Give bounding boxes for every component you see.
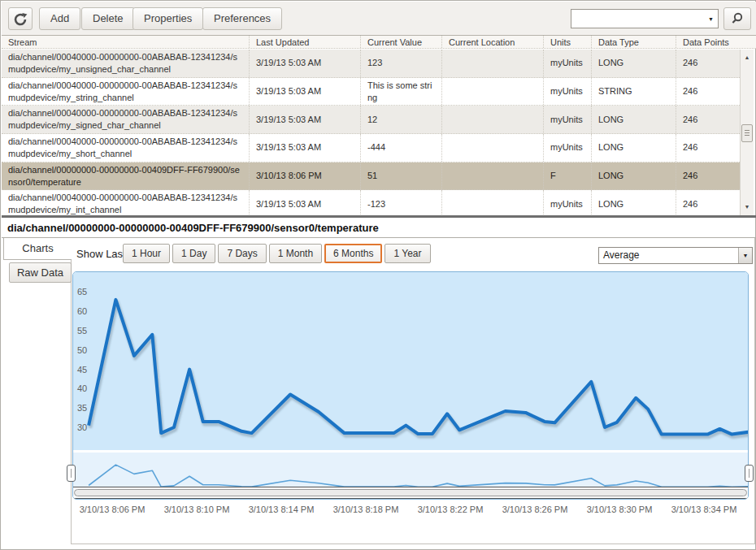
y-tick-label: 50 [77, 345, 87, 355]
cell-current_location [442, 106, 544, 133]
chevron-down-icon[interactable]: ▼ [738, 248, 752, 263]
cell-stream: dia/channel/00000000-00000000-00409DFF-F… [2, 162, 250, 190]
column-header-data-points[interactable]: Data Points [676, 36, 740, 48]
chevron-down-icon[interactable]: ▼ [708, 16, 714, 22]
table-row[interactable]: dia/channel/00040000-00000000-00ABABAB-1… [2, 78, 740, 106]
table-row[interactable]: dia/channel/00040000-00000000-00ABABAB-1… [2, 50, 740, 78]
column-header-current-value[interactable]: Current Value [361, 36, 442, 48]
x-tick-label: 3/10/13 8:26 PM [502, 505, 568, 514]
app-window: Add Delete Properties Preferences ▼ Stre… [0, 0, 756, 550]
cell-current_location [442, 190, 544, 215]
scrollbar-thumb[interactable] [741, 124, 753, 142]
x-tick-label: 3/10/13 8:14 PM [249, 505, 315, 514]
y-tick-label: 55 [77, 326, 87, 336]
y-tick-label: 65 [77, 287, 87, 297]
search-icon [731, 14, 744, 28]
cell-units: myUnits [544, 78, 592, 106]
cell-units: myUnits [544, 134, 592, 162]
navigator-right-handle[interactable] [745, 465, 754, 482]
y-tick-label: 35 [77, 403, 87, 413]
pane-splitter[interactable] [2, 215, 756, 218]
cell-units: myUnits [544, 106, 592, 133]
column-header-last-updated[interactable]: Last Updated [250, 36, 361, 48]
add-button[interactable]: Add [39, 7, 80, 30]
chart-svg [73, 272, 749, 500]
cell-units: myUnits [544, 190, 592, 215]
x-tick-label: 3/10/13 8:06 PM [80, 505, 146, 514]
search-button[interactable] [723, 7, 751, 30]
cell-data_type: STRING [592, 78, 676, 106]
cell-current_location [442, 162, 544, 190]
scroll-up-icon[interactable]: ▲ [741, 51, 754, 64]
cell-current_value: 51 [361, 162, 442, 190]
range-button-1-hour[interactable]: 1 Hour [123, 244, 170, 263]
tab-raw-data[interactable]: Raw Data [9, 262, 72, 283]
cell-data_type: LONG [592, 134, 676, 162]
cell-stream: dia/channel/00040000-00000000-00ABABAB-1… [2, 78, 250, 106]
x-tick-label: 3/10/13 8:30 PM [587, 505, 653, 514]
cell-current_location [442, 50, 544, 77]
x-tick-label: 3/10/13 8:34 PM [671, 505, 737, 514]
y-tick-label: 30 [77, 422, 87, 432]
range-button-7-days[interactable]: 7 Days [218, 244, 266, 263]
range-button-1-month[interactable]: 1 Month [269, 244, 322, 263]
cell-current_value: This is some string [361, 78, 442, 106]
table-row[interactable]: dia/channel/00040000-00000000-00ABABAB-1… [2, 106, 740, 134]
cell-last_updated: 3/19/13 5:03 AM [250, 134, 361, 162]
cell-data_points: 246 [676, 78, 740, 106]
delete-button[interactable]: Delete [81, 7, 135, 30]
x-tick-label: 3/10/13 8:22 PM [418, 505, 484, 514]
x-tick-label: 3/10/13 8:10 PM [164, 505, 230, 514]
refresh-button[interactable] [8, 7, 33, 30]
toolbar: Add Delete Properties Preferences ▼ [2, 2, 756, 35]
chart-frame: 6560555045403530 [72, 271, 749, 500]
aggregate-select[interactable]: Average ▼ [598, 247, 753, 264]
cell-data_type: LONG [592, 106, 676, 133]
show-last-label: Show Last: [76, 248, 128, 260]
y-tick-label: 40 [77, 383, 87, 393]
column-header-current-location[interactable]: Current Location [442, 36, 544, 48]
x-tick-label: 3/10/13 8:18 PM [333, 505, 399, 514]
range-button-1-year[interactable]: 1 Year [385, 244, 430, 263]
range-button-6-months[interactable]: 6 Months [324, 244, 382, 263]
cell-data_type: LONG [592, 50, 676, 77]
navigator-left-handle[interactable] [67, 465, 76, 482]
table-row[interactable]: dia/channel/00000000-00000000-00409DFF-F… [2, 162, 740, 191]
cell-last_updated: 3/19/13 5:03 AM [250, 78, 361, 106]
column-header-stream[interactable]: Stream [2, 36, 250, 48]
cell-data_points: 246 [676, 50, 740, 77]
cell-data_points: 246 [676, 106, 740, 133]
cell-current_value: 12 [361, 106, 442, 133]
cell-last_updated: 3/19/13 5:03 AM [250, 50, 361, 77]
cell-data_points: 246 [676, 134, 740, 162]
stream-detail-title: dia/channel/00000000-00000000-00409DFF-F… [7, 222, 379, 234]
refresh-icon [13, 17, 28, 29]
cell-current_value: -123 [361, 190, 442, 215]
range-button-1-day[interactable]: 1 Day [172, 244, 215, 263]
properties-button[interactable]: Properties [133, 7, 203, 30]
cell-stream: dia/channel/00040000-00000000-00ABABAB-1… [2, 134, 250, 162]
table-scrollbar[interactable]: ▲ ▼ [740, 50, 754, 215]
series-line [89, 300, 749, 435]
chart-scrollbar[interactable] [73, 487, 748, 499]
navigator-series-line [89, 465, 749, 487]
cell-units: F [544, 162, 592, 190]
cell-last_updated: 3/10/13 8:06 PM [250, 162, 361, 190]
preferences-button[interactable]: Preferences [202, 7, 282, 30]
cell-stream: dia/channel/00040000-00000000-00ABABAB-1… [2, 50, 250, 77]
cell-data_points: 246 [676, 162, 740, 190]
table-row[interactable]: dia/channel/00040000-00000000-00ABABAB-1… [2, 190, 740, 215]
search-input[interactable]: ▼ [571, 9, 719, 28]
scroll-down-icon[interactable]: ▼ [741, 201, 754, 214]
column-header-units[interactable]: Units [544, 36, 592, 48]
table-row[interactable]: dia/channel/00040000-00000000-00ABABAB-1… [2, 134, 740, 162]
cell-units: myUnits [544, 50, 592, 77]
column-header-data-type[interactable]: Data Type [592, 36, 676, 48]
cell-data_type: LONG [592, 162, 676, 190]
cell-stream: dia/channel/00040000-00000000-00ABABAB-1… [2, 190, 250, 215]
cell-last_updated: 3/19/13 5:03 AM [250, 106, 361, 133]
tab-charts[interactable]: Charts [3, 238, 72, 260]
chart-scrollbar-thumb[interactable] [74, 489, 747, 496]
cell-current_location [442, 134, 544, 162]
y-tick-label: 45 [77, 365, 87, 375]
